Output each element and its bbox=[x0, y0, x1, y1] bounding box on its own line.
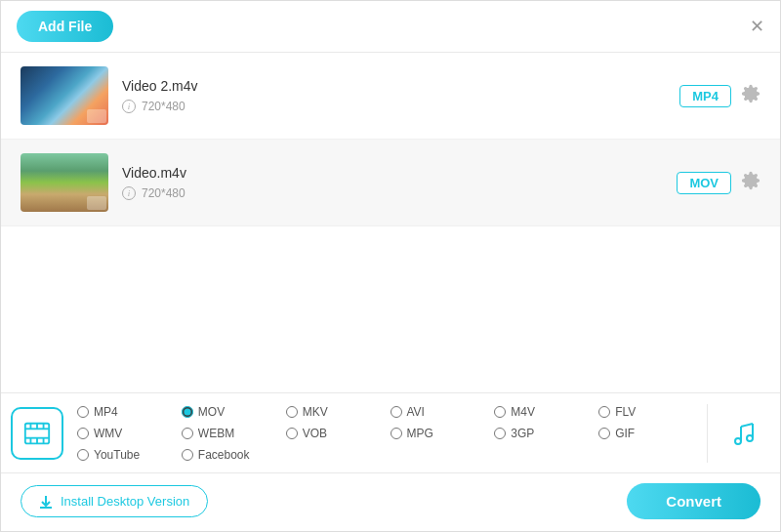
format-option-gif[interactable]: GIF bbox=[595, 425, 697, 442]
file-name-2: Video.m4v bbox=[122, 165, 663, 181]
info-icon-1: i bbox=[122, 100, 136, 113]
convert-button[interactable]: Convert bbox=[627, 483, 760, 519]
file-resolution-1: 720*480 bbox=[142, 100, 185, 113]
close-button[interactable]: ✕ bbox=[750, 16, 764, 37]
format-option-m4v[interactable]: M4V bbox=[490, 403, 593, 421]
format-picker: MP4 MOV MKV AVI M4V FLV WMV WEBM VOB MPG bbox=[1, 392, 780, 472]
svg-line-13 bbox=[741, 424, 753, 427]
format-radio-mov[interactable] bbox=[182, 406, 193, 418]
format-option-flv[interactable]: FLV bbox=[595, 403, 697, 421]
format-radio-youtube[interactable] bbox=[77, 449, 89, 461]
format-radio-webm[interactable] bbox=[182, 428, 193, 439]
add-file-button[interactable]: Add File bbox=[17, 11, 113, 42]
file-meta-1: i 720*480 bbox=[122, 100, 666, 113]
format-radio-mkv[interactable] bbox=[286, 406, 298, 418]
install-label: Install Desktop Version bbox=[61, 494, 189, 509]
format-option-mp4[interactable]: MP4 bbox=[73, 403, 176, 421]
format-option-mov[interactable]: MOV bbox=[178, 403, 280, 421]
format-radio-vob[interactable] bbox=[286, 428, 298, 439]
settings-button-1[interactable] bbox=[741, 84, 760, 108]
format-radio-m4v[interactable] bbox=[494, 406, 506, 418]
format-radio-facebook[interactable] bbox=[182, 449, 193, 461]
file-meta-2: i 720*480 bbox=[122, 186, 663, 200]
format-option-avi[interactable]: AVI bbox=[387, 403, 489, 421]
format-option-webm[interactable]: WEBM bbox=[178, 425, 280, 442]
file-resolution-2: 720*480 bbox=[142, 186, 185, 200]
music-icon bbox=[730, 420, 758, 447]
file-name-1: Video 2.m4v bbox=[122, 78, 666, 94]
format-option-vob[interactable]: VOB bbox=[282, 425, 385, 442]
file-list: Video 2.m4v i 720*480 MP4 Video.m4v i bbox=[1, 53, 780, 226]
format-option-3gp[interactable]: 3GP bbox=[490, 425, 593, 442]
thumbnail-2 bbox=[21, 153, 108, 212]
format-radio-mpg[interactable] bbox=[390, 428, 402, 439]
format-badge-1[interactable]: MP4 bbox=[679, 85, 731, 107]
format-option-mkv[interactable]: MKV bbox=[282, 403, 385, 421]
format-grid: MP4 MOV MKV AVI M4V FLV WMV WEBM VOB MPG bbox=[73, 403, 697, 464]
file-actions-2: MOV bbox=[677, 171, 760, 195]
video-format-icon-box bbox=[11, 407, 63, 460]
audio-format-icon-box[interactable] bbox=[718, 407, 770, 460]
format-radio-wmv[interactable] bbox=[77, 428, 89, 439]
file-item-1: Video 2.m4v i 720*480 MP4 bbox=[1, 53, 780, 140]
gear-icon-2 bbox=[741, 171, 760, 190]
format-radio-3gp[interactable] bbox=[494, 428, 506, 439]
install-button[interactable]: Install Desktop Version bbox=[21, 485, 208, 517]
format-radio-gif[interactable] bbox=[598, 428, 610, 439]
format-option-youtube[interactable]: YouTube bbox=[73, 446, 176, 464]
settings-button-2[interactable] bbox=[741, 171, 760, 195]
footer: Install Desktop Version Convert bbox=[1, 472, 780, 529]
file-info-1: Video 2.m4v i 720*480 bbox=[122, 78, 666, 113]
format-radio-flv[interactable] bbox=[598, 406, 610, 418]
header: Add File ✕ bbox=[1, 1, 780, 53]
format-option-facebook[interactable]: Facebook bbox=[178, 446, 280, 464]
format-radio-avi[interactable] bbox=[390, 406, 402, 418]
format-option-wmv[interactable]: WMV bbox=[73, 425, 176, 442]
info-icon-2: i bbox=[122, 186, 136, 200]
format-radio-mp4[interactable] bbox=[77, 406, 89, 418]
format-badge-2[interactable]: MOV bbox=[677, 172, 731, 194]
film-icon bbox=[22, 419, 52, 448]
format-option-mpg[interactable]: MPG bbox=[387, 425, 489, 442]
gear-icon-1 bbox=[741, 84, 760, 103]
content-area bbox=[1, 226, 780, 392]
file-item-2: Video.m4v i 720*480 MOV bbox=[1, 140, 780, 226]
file-info-2: Video.m4v i 720*480 bbox=[122, 165, 663, 200]
file-actions-1: MP4 bbox=[679, 84, 760, 108]
download-icon bbox=[39, 495, 53, 509]
format-divider bbox=[707, 404, 708, 463]
thumbnail-1 bbox=[21, 66, 108, 125]
